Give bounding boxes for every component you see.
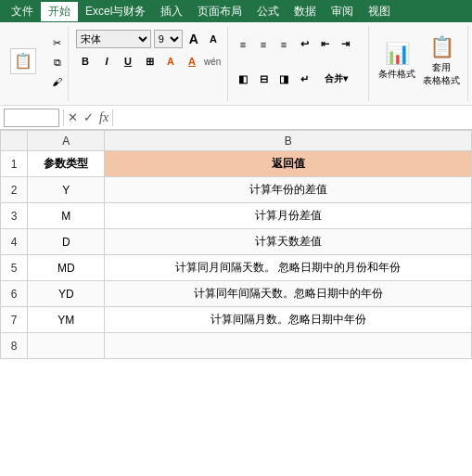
formula-divider bbox=[63, 109, 64, 126]
table-row: 4D计算天数差值 bbox=[1, 229, 472, 255]
copy-button[interactable]: ⧉ bbox=[49, 54, 68, 71]
row-header-4: 4 bbox=[1, 229, 28, 255]
wrap-text-button[interactable]: ↵ bbox=[295, 70, 313, 88]
border-button[interactable]: ⊞ bbox=[140, 52, 159, 71]
menu-item-5[interactable]: 公式 bbox=[249, 2, 287, 21]
conditional-format-label: 条件格式 bbox=[378, 68, 415, 81]
row-header-6: 6 bbox=[1, 281, 28, 307]
table-row: 2Y计算年份的差值 bbox=[1, 177, 472, 203]
format-as-table-button[interactable]: 📋 套用表格格式 bbox=[421, 35, 462, 87]
confirm-formula-button[interactable]: ✓ bbox=[83, 110, 94, 124]
menu-item-6[interactable]: 数据 bbox=[287, 2, 324, 21]
col-header-b[interactable]: B bbox=[105, 131, 472, 151]
cell-b-6[interactable]: 计算同年间隔天数。忽略日期中的年份 bbox=[105, 281, 472, 307]
merge-center-button[interactable]: 合并▾ bbox=[315, 70, 356, 88]
formula-bar: ✕ ✓ fx bbox=[0, 106, 472, 130]
paste-button[interactable]: 📋 bbox=[3, 36, 44, 88]
italic-button[interactable]: I bbox=[97, 52, 116, 71]
paste-icon: 📋 bbox=[10, 48, 36, 74]
format-brush-button[interactable]: 🖌 bbox=[47, 73, 69, 90]
cell-b-1[interactable]: 返回值 bbox=[105, 151, 472, 177]
format-table-icon: 📋 bbox=[429, 35, 454, 59]
row-header-1: 1 bbox=[1, 151, 28, 177]
row-header-8: 8 bbox=[1, 333, 28, 359]
align-bottom-button[interactable]: ≡ bbox=[274, 35, 293, 54]
conditional-format-button[interactable]: 📊 条件格式 bbox=[376, 35, 417, 87]
font-name-row: 宋体 9 A A bbox=[76, 30, 222, 48]
table-row: 5MD计算同月间隔天数。 忽略日期中的月份和年份 bbox=[1, 255, 472, 281]
decrease-font-button[interactable]: A bbox=[205, 30, 222, 48]
menu-item-3[interactable]: 插入 bbox=[153, 2, 190, 21]
align-left-button[interactable]: ◧ bbox=[234, 70, 252, 88]
align-top-button[interactable]: ≡ bbox=[234, 35, 252, 54]
corner-header bbox=[1, 131, 28, 151]
cell-a-7[interactable]: YM bbox=[28, 307, 105, 333]
formula-icons: ✕ ✓ fx bbox=[68, 110, 108, 125]
cell-b-7[interactable]: 计算间隔月数。忽略日期中年份 bbox=[105, 307, 472, 333]
cut-button[interactable]: ✂ bbox=[48, 34, 68, 52]
table-row: 6YD计算同年间隔天数。忽略日期中的年份 bbox=[1, 281, 472, 307]
cell-b-3[interactable]: 计算月份差值 bbox=[105, 203, 472, 229]
sheet-table: A B 1参数类型返回值2Y计算年份的差值3M计算月份差值4D计算天数差值5MD… bbox=[0, 130, 472, 359]
row-header-3: 3 bbox=[1, 203, 28, 229]
cell-b-4[interactable]: 计算天数差值 bbox=[105, 229, 472, 255]
cell-a-8[interactable] bbox=[28, 333, 105, 359]
font-format-row: B I U ⊞ A A wén bbox=[76, 52, 222, 71]
conditional-format-icon: 📊 bbox=[385, 42, 410, 66]
font-name-select[interactable]: 宋体 bbox=[76, 30, 151, 48]
cell-reference-box[interactable] bbox=[4, 109, 59, 127]
cell-b-2[interactable]: 计算年份的差值 bbox=[105, 177, 472, 203]
row-header-5: 5 bbox=[1, 255, 28, 281]
cell-a-4[interactable]: D bbox=[28, 229, 105, 255]
menu-item-2[interactable]: Excel与财务 bbox=[78, 2, 153, 21]
font-label bbox=[76, 96, 222, 99]
alignment-label bbox=[234, 96, 364, 99]
formula-divider-2 bbox=[112, 109, 113, 126]
underline-button[interactable]: U bbox=[119, 52, 137, 71]
menu-item-7[interactable]: 审阅 bbox=[324, 2, 361, 21]
insert-function-button[interactable]: fx bbox=[99, 110, 108, 125]
increase-font-button[interactable]: A bbox=[185, 30, 202, 48]
clipboard-secondary: ✂ ⧉ 🖌 bbox=[47, 34, 69, 90]
align-middle-button[interactable]: ≡ bbox=[254, 35, 273, 54]
menu-item-0[interactable]: 文件 bbox=[4, 2, 41, 21]
menu-item-8[interactable]: 视图 bbox=[361, 2, 398, 21]
format-table-label: 套用表格格式 bbox=[423, 61, 460, 87]
fill-color-button[interactable]: A bbox=[161, 52, 180, 71]
font-group: 宋体 9 A A B I U ⊞ A A wén bbox=[70, 26, 228, 101]
cell-b-8[interactable] bbox=[105, 333, 472, 359]
row-header-7: 7 bbox=[1, 307, 28, 333]
cell-a-5[interactable]: MD bbox=[28, 255, 105, 281]
spreadsheet: A B 1参数类型返回值2Y计算年份的差值3M计算月份差值4D计算天数差值5MD… bbox=[0, 130, 472, 359]
column-headers: A B bbox=[1, 131, 472, 151]
menu-item-4[interactable]: 页面布局 bbox=[190, 2, 249, 21]
indent-dec-button[interactable]: ⇤ bbox=[315, 35, 334, 54]
table-row: 7YM计算间隔月数。忽略日期中年份 bbox=[1, 307, 472, 333]
cell-a-2[interactable]: Y bbox=[28, 177, 105, 203]
menu-item-1[interactable]: 开始 bbox=[41, 2, 78, 21]
bold-button[interactable]: B bbox=[76, 52, 95, 71]
cell-a-6[interactable]: YD bbox=[28, 281, 105, 307]
align-right-button[interactable]: ◨ bbox=[274, 70, 293, 88]
cell-a-3[interactable]: M bbox=[28, 203, 105, 229]
font-color-button[interactable]: A bbox=[183, 52, 201, 71]
table-row: 8 bbox=[1, 333, 472, 359]
brush-icon: 🖌 bbox=[52, 76, 62, 87]
row-header-2: 2 bbox=[1, 177, 28, 203]
wen-label: wén bbox=[204, 57, 221, 67]
cell-a-1[interactable]: 参数类型 bbox=[28, 151, 105, 177]
indent-inc-button[interactable]: ⇥ bbox=[336, 35, 354, 54]
formula-input[interactable] bbox=[117, 109, 468, 127]
copy-icon: ⧉ bbox=[54, 57, 61, 69]
alignment-group: ≡ ≡ ≡ ↩ ⇤ ⇥ ◧ ⊟ ◨ ↵ 合并▾ bbox=[230, 26, 369, 101]
table-row: 3M计算月份差值 bbox=[1, 203, 472, 229]
align-center-button[interactable]: ⊟ bbox=[254, 70, 273, 88]
cancel-formula-button[interactable]: ✕ bbox=[68, 110, 78, 124]
styles-group: 📊 条件格式 📋 套用表格格式 bbox=[371, 26, 468, 101]
font-size-select[interactable]: 9 bbox=[154, 30, 183, 48]
cell-b-5[interactable]: 计算同月间隔天数。 忽略日期中的月份和年份 bbox=[105, 255, 472, 281]
col-header-a[interactable]: A bbox=[28, 131, 105, 151]
text-direction-button[interactable]: ↩ bbox=[295, 35, 313, 54]
clipboard-group: 📋 ✂ ⧉ 🖌 bbox=[4, 26, 69, 101]
menu-bar: const pd = JSON.parse(document.getElemen… bbox=[0, 0, 472, 22]
